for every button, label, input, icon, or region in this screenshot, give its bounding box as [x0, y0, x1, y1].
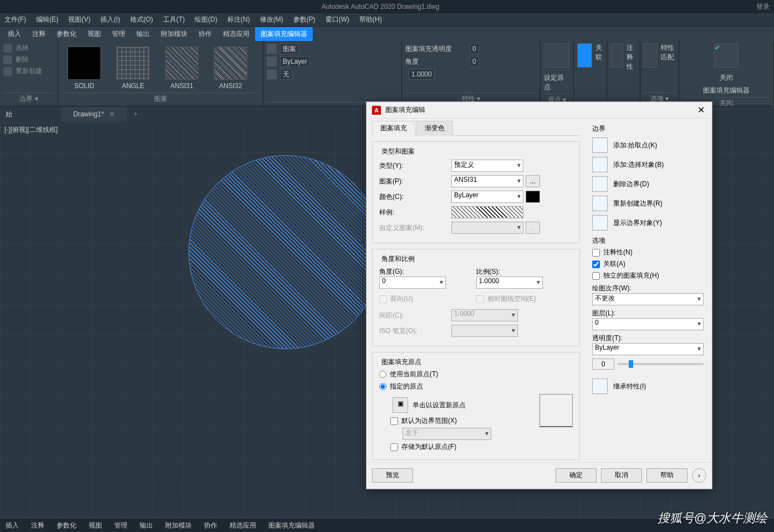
menu-tools[interactable]: 工具(T) [163, 15, 185, 24]
set-origin-button[interactable] [545, 43, 569, 68]
menu-help[interactable]: 帮助(H) [359, 15, 382, 24]
type-select[interactable]: 预定义 [451, 160, 523, 172]
menubar: 文件(F) 编辑(E) 视图(V) 插入(I) 格式(O) 工具(T) 绘图(D… [0, 13, 774, 27]
tab-insert[interactable]: 插入 [2, 27, 27, 41]
preview-button[interactable]: 预览 [372, 468, 413, 483]
inherit-icon[interactable] [592, 378, 608, 394]
delete-icon[interactable] [3, 55, 12, 64]
recreate-boundary-button[interactable]: 重新创建边界(R) [613, 199, 663, 208]
ok-button[interactable]: 确定 [556, 468, 597, 483]
menu-view[interactable]: 视图(V) [68, 15, 90, 24]
tab-view[interactable]: 视图 [82, 27, 106, 41]
menu-edit[interactable]: 编辑(E) [36, 15, 58, 24]
transparency-select[interactable]: ByLayer [592, 343, 704, 355]
transparency-value[interactable]: 0 [470, 43, 479, 54]
scale-select[interactable]: 1.0000 [476, 277, 543, 289]
dialog-titlebar[interactable]: A 图案填充编辑 ✕ [366, 102, 712, 119]
transparency-number[interactable]: 0 [592, 359, 614, 370]
color-select[interactable]: ByLayer [451, 191, 523, 203]
subtab-hatch[interactable]: 图案填充 [372, 121, 415, 136]
hatch-type-dd[interactable]: 图案 [280, 43, 299, 54]
tab-annotate[interactable]: 注释 [27, 27, 51, 41]
color-swatch-button[interactable] [526, 191, 540, 203]
select-icon[interactable] [3, 44, 12, 53]
add-pick-button[interactable]: 添加:拾取点(K) [613, 141, 657, 150]
spacing-input: 1.0000 [451, 309, 518, 321]
pick-origin-button[interactable]: ▣ [393, 397, 408, 413]
draw-order-select[interactable]: 不更改 [592, 293, 704, 305]
tab-output[interactable]: 输出 [131, 27, 155, 41]
associative-checkbox[interactable] [592, 260, 600, 268]
color-dd[interactable]: ByLayer [280, 56, 310, 67]
swatch-solid[interactable]: SOLID [62, 43, 107, 90]
transparency-slider[interactable]: 0 [592, 359, 704, 370]
group-boundary: 边界 添加:拾取点(K) 添加:选择对象(B) 删除边界(D) 重新创建边界(R… [592, 124, 704, 231]
relative-checkbox [476, 295, 484, 303]
view-label[interactable]: [-][俯视][二维线框] [4, 125, 58, 135]
layer-select[interactable]: 0 [592, 318, 704, 330]
annot-button[interactable] [610, 43, 623, 68]
add-select-icon[interactable] [592, 157, 608, 172]
bg-icon [267, 69, 277, 79]
menu-insert[interactable]: 插入(I) [100, 15, 120, 24]
remove-boundary-button[interactable]: 删除边界(D) [613, 180, 649, 189]
help-button[interactable]: 帮助 [646, 468, 688, 483]
menu-param[interactable]: 参数(P) [293, 15, 315, 24]
panel-boundary-label[interactable]: 边界 ▾ [3, 93, 54, 104]
angle-select[interactable]: 0 [379, 277, 446, 289]
expand-button[interactable]: › [692, 468, 706, 483]
annotative-checkbox[interactable] [592, 249, 600, 257]
inherit-button[interactable]: 继承特性(I) [613, 382, 646, 391]
panel-annot: 注释性 [607, 41, 640, 106]
tab-collab[interactable]: 协作 [193, 27, 217, 41]
menu-draw[interactable]: 绘图(D) [195, 15, 217, 24]
show-boundary-icon[interactable] [592, 215, 608, 231]
cancel-button[interactable]: 取消 [601, 468, 642, 483]
tab-parametric[interactable]: 参数化 [51, 27, 82, 41]
menu-dim[interactable]: 标注(N) [227, 15, 250, 24]
new-tab-button[interactable]: + [134, 110, 138, 118]
menu-modify[interactable]: 修改(M) [260, 15, 283, 24]
drawing-tab[interactable]: Drawing1* ✕ [61, 107, 127, 121]
tab-addins[interactable]: 附加模块 [155, 27, 193, 41]
close-button[interactable]: ✔ [714, 43, 739, 68]
pattern-select[interactable]: ANSI31 [451, 175, 523, 187]
tab-featured[interactable]: 精选应用 [217, 27, 255, 41]
sample-swatch[interactable] [451, 206, 523, 218]
group-angle-scale: 角度和比例 角度(G):0 比例(S):1.0000 双向(U) 相对图纸空间(… [372, 249, 580, 346]
menu-format[interactable]: 格式(O) [130, 15, 153, 24]
use-current-origin-radio[interactable] [379, 371, 386, 378]
add-pick-icon[interactable] [592, 137, 608, 153]
pattern-browse-button[interactable]: ... [526, 175, 540, 187]
start-tab[interactable]: 始 [6, 110, 12, 119]
panel-pattern-label[interactable]: 图案 [62, 93, 259, 104]
angle-value[interactable]: 0 [470, 56, 479, 67]
swatch-ansi32[interactable]: ANSI32 [208, 43, 253, 90]
recreate-icon[interactable] [3, 67, 12, 76]
store-default-checkbox[interactable] [390, 443, 398, 451]
menu-window[interactable]: 窗口(W) [325, 15, 349, 24]
dialog-close-button[interactable]: ✕ [695, 105, 706, 115]
bg-dd[interactable]: 无 [280, 69, 292, 80]
match-button[interactable] [644, 43, 658, 68]
recreate-boundary-icon[interactable] [592, 196, 608, 211]
default-extents-checkbox[interactable] [390, 417, 398, 425]
tab-manage[interactable]: 管理 [106, 27, 131, 41]
login-label[interactable]: 登录 [756, 2, 770, 12]
swatch-ansi31[interactable]: ANSI31 [159, 43, 205, 90]
show-boundary-button[interactable]: 显示边界对象(Y) [613, 218, 662, 228]
subtab-gradient[interactable]: 渐变色 [416, 121, 453, 136]
panel-match: 特性匹配 选项 ▾ [640, 41, 679, 106]
angle-label: 角度 [405, 57, 466, 66]
hatched-circle[interactable] [189, 155, 383, 349]
menu-file[interactable]: 文件(F) [4, 15, 26, 24]
add-select-button[interactable]: 添加:选择对象(B) [613, 160, 664, 170]
assoc-button[interactable] [577, 43, 592, 68]
specified-origin-radio[interactable] [379, 383, 386, 390]
remove-boundary-icon[interactable] [592, 176, 608, 192]
swatch-angle[interactable]: ANGLE [110, 43, 156, 90]
separate-checkbox[interactable] [592, 272, 600, 280]
tab-hatch-editor[interactable]: 图案填充编辑器 [255, 27, 313, 41]
close-icon[interactable]: ✕ [109, 110, 115, 118]
scale-value[interactable]: 1.0000 [409, 69, 435, 80]
